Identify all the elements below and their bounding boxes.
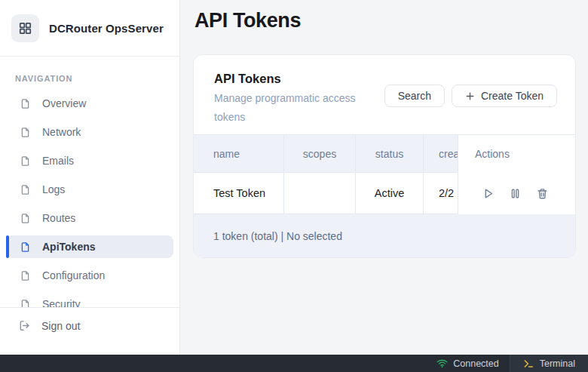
card-title: API Tokens [214, 72, 281, 86]
sidebar-item-label: Routes [42, 212, 75, 224]
card-actions: Search Create Token [384, 85, 557, 107]
file-icon [20, 183, 31, 196]
sidebar-item-label: Overview [42, 97, 86, 109]
terminal-button[interactable]: Terminal [510, 355, 588, 372]
pause-icon [509, 187, 522, 200]
sidebar-item-emails[interactable]: Emails [6, 149, 173, 172]
connection-status-label: Connected [453, 358, 498, 369]
file-icon [20, 241, 31, 254]
sidebar-item-routes[interactable]: Routes [6, 207, 173, 229]
trash-icon [536, 187, 549, 200]
table-footer-summary: 1 token (total) | No selected [213, 230, 342, 242]
brand-name: DCRouter OpsServer [49, 22, 164, 35]
tokens-table: name scopes status crea Test Token Activ… [194, 134, 575, 257]
sidebar-item-label: Logs [42, 183, 65, 195]
card-header: API Tokens Manage programmatic access to… [194, 55, 575, 134]
grid-icon [18, 21, 32, 35]
file-icon [20, 126, 31, 139]
row-actions [458, 173, 575, 214]
main-content: API Tokens API Tokens Manage programmati… [181, 0, 588, 355]
sidebar-item-security[interactable]: Security [6, 293, 173, 307]
wifi-icon [436, 358, 448, 368]
sidebar-item-label: Emails [42, 155, 74, 167]
column-header-status[interactable]: status [356, 135, 424, 172]
selected-accent-bar [6, 235, 9, 258]
file-icon [20, 212, 31, 225]
sign-out-label: Sign out [41, 320, 80, 332]
play-button[interactable] [482, 187, 495, 200]
cell-scopes [284, 173, 356, 214]
logout-icon [18, 319, 31, 332]
card-subtitle: Manage programmatic access tokens [214, 89, 376, 127]
connection-status: Connected [426, 355, 509, 372]
nav-section-label: NAVIGATION [15, 74, 179, 83]
sidebar-item-network[interactable]: Network [6, 121, 173, 143]
terminal-prompt-icon [523, 359, 534, 368]
status-bar: Connected Terminal [0, 355, 588, 372]
sidebar: DCRouter OpsServer NAVIGATION Overview N… [0, 0, 180, 355]
sidebar-item-label: ApiTokens [42, 241, 96, 253]
column-header-actions: Actions [458, 135, 575, 173]
file-icon [20, 269, 31, 282]
app-logo [11, 14, 39, 42]
search-button[interactable]: Search [384, 85, 445, 107]
create-token-label: Create Token [481, 90, 544, 102]
file-icon [20, 97, 31, 110]
sidebar-nav: NAVIGATION Overview Network Emails Logs … [0, 57, 179, 307]
actions-column: Actions [458, 135, 575, 214]
sidebar-item-label: Network [42, 126, 81, 138]
sign-out-button[interactable]: Sign out [0, 319, 179, 332]
plus-icon [465, 91, 475, 101]
brand: DCRouter OpsServer [0, 0, 179, 57]
pause-button[interactable] [509, 187, 522, 200]
sidebar-item-label: Configuration [42, 269, 105, 281]
sidebar-item-configuration[interactable]: Configuration [6, 264, 173, 287]
sidebar-item-logs[interactable]: Logs [6, 178, 173, 201]
table-footer: 1 token (total) | No selected [194, 214, 575, 257]
cell-status: Active [356, 173, 424, 214]
delete-button[interactable] [536, 187, 549, 200]
column-header-scopes[interactable]: scopes [284, 135, 356, 172]
page-title: API Tokens [194, 9, 301, 32]
signout-section: Sign out [0, 307, 179, 355]
terminal-label: Terminal [540, 358, 575, 369]
create-token-button[interactable]: Create Token [452, 85, 557, 107]
cell-name: Test Token [194, 173, 284, 214]
sidebar-item-apitokens[interactable]: ApiTokens [6, 235, 173, 258]
play-icon [482, 187, 495, 200]
column-header-name[interactable]: name [194, 135, 284, 172]
sidebar-item-label: Security [42, 298, 81, 307]
file-icon [20, 155, 31, 168]
file-icon [20, 298, 31, 308]
api-tokens-card: API Tokens Manage programmatic access to… [193, 54, 576, 258]
search-button-label: Search [398, 90, 431, 102]
sidebar-item-overview[interactable]: Overview [6, 92, 173, 115]
